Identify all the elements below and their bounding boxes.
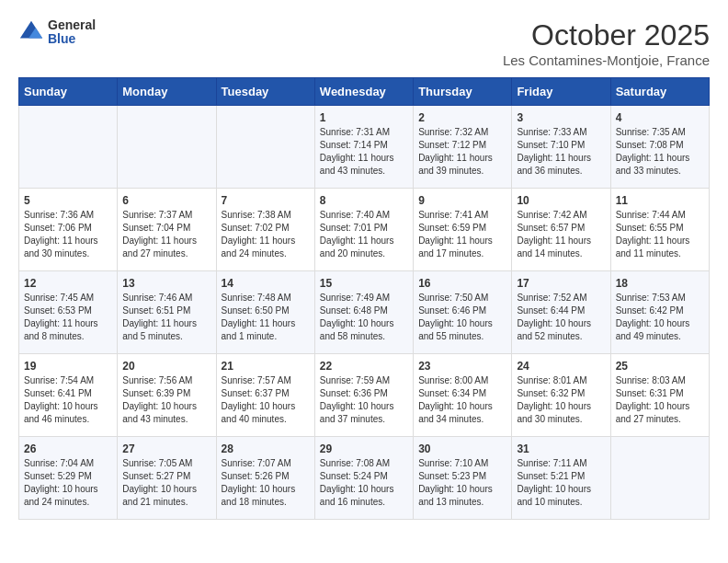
day-info: Sunrise: 7:10 AM Sunset: 5:23 PM Dayligh…: [418, 457, 506, 509]
calendar-cell: 18Sunrise: 7:53 AM Sunset: 6:42 PM Dayli…: [610, 271, 709, 354]
day-number: 24: [517, 360, 605, 373]
calendar-cell: 23Sunrise: 8:00 AM Sunset: 6:34 PM Dayli…: [414, 354, 512, 437]
day-number: 15: [320, 277, 408, 290]
day-info: Sunrise: 7:44 AM Sunset: 6:55 PM Dayligh…: [616, 209, 704, 260]
calendar-cell: 14Sunrise: 7:48 AM Sunset: 6:50 PM Dayli…: [216, 271, 314, 354]
calendar-cell: 6Sunrise: 7:37 AM Sunset: 7:04 PM Daylig…: [118, 189, 216, 271]
logo-general-text: General: [48, 18, 96, 32]
calendar-cell: 4Sunrise: 7:35 AM Sunset: 7:08 PM Daylig…: [610, 106, 709, 189]
day-number: 8: [320, 194, 408, 207]
day-info: Sunrise: 7:45 AM Sunset: 6:53 PM Dayligh…: [24, 292, 112, 343]
day-number: 27: [122, 442, 210, 455]
header-friday: Friday: [512, 78, 610, 106]
day-number: 25: [616, 360, 704, 373]
day-info: Sunrise: 7:32 AM Sunset: 7:12 PM Dayligh…: [418, 126, 506, 178]
day-info: Sunrise: 7:40 AM Sunset: 7:01 PM Dayligh…: [320, 209, 408, 260]
logo-blue-text: Blue: [48, 32, 96, 46]
logo-text: General Blue: [48, 18, 96, 47]
day-info: Sunrise: 7:07 AM Sunset: 5:26 PM Dayligh…: [222, 457, 310, 509]
day-number: 17: [517, 277, 605, 290]
calendar-cell: 15Sunrise: 7:49 AM Sunset: 6:48 PM Dayli…: [314, 271, 413, 354]
day-number: 21: [222, 360, 310, 373]
header-saturday: Saturday: [610, 78, 709, 106]
day-number: 11: [616, 194, 704, 207]
day-number: 14: [222, 277, 310, 290]
calendar-cell: 5Sunrise: 7:36 AM Sunset: 7:06 PM Daylig…: [19, 189, 118, 271]
calendar-table: Sunday Monday Tuesday Wednesday Thursday…: [18, 77, 710, 520]
day-number: 1: [320, 111, 408, 124]
calendar-cell: 20Sunrise: 7:56 AM Sunset: 6:39 PM Dayli…: [118, 354, 216, 437]
day-info: Sunrise: 7:54 AM Sunset: 6:41 PM Dayligh…: [24, 374, 112, 426]
day-number: 3: [517, 111, 605, 124]
calendar-cell: 11Sunrise: 7:44 AM Sunset: 6:55 PM Dayli…: [610, 189, 709, 271]
day-info: Sunrise: 7:57 AM Sunset: 6:37 PM Dayligh…: [222, 374, 310, 426]
day-number: 28: [222, 442, 310, 455]
calendar-cell: 1Sunrise: 7:31 AM Sunset: 7:14 PM Daylig…: [314, 106, 413, 189]
calendar-week-row: 26Sunrise: 7:04 AM Sunset: 5:29 PM Dayli…: [19, 437, 710, 520]
day-number: 5: [24, 194, 112, 207]
calendar-week-row: 19Sunrise: 7:54 AM Sunset: 6:41 PM Dayli…: [19, 354, 710, 437]
day-number: 19: [24, 360, 112, 373]
day-number: 22: [320, 360, 408, 373]
day-number: 18: [616, 277, 704, 290]
calendar-title: October 2025: [503, 18, 710, 52]
day-info: Sunrise: 7:33 AM Sunset: 7:10 PM Dayligh…: [517, 126, 605, 178]
day-info: Sunrise: 7:53 AM Sunset: 6:42 PM Dayligh…: [616, 292, 704, 343]
calendar-week-row: 5Sunrise: 7:36 AM Sunset: 7:06 PM Daylig…: [19, 189, 710, 271]
calendar-cell: 19Sunrise: 7:54 AM Sunset: 6:41 PM Dayli…: [19, 354, 118, 437]
day-info: Sunrise: 7:50 AM Sunset: 6:46 PM Dayligh…: [418, 292, 506, 343]
day-info: Sunrise: 7:59 AM Sunset: 6:36 PM Dayligh…: [320, 374, 408, 426]
day-info: Sunrise: 7:05 AM Sunset: 5:27 PM Dayligh…: [122, 457, 210, 509]
day-number: 9: [418, 194, 506, 207]
day-info: Sunrise: 7:37 AM Sunset: 7:04 PM Dayligh…: [122, 209, 210, 260]
day-info: Sunrise: 7:38 AM Sunset: 7:02 PM Dayligh…: [222, 209, 310, 260]
calendar-cell: 22Sunrise: 7:59 AM Sunset: 6:36 PM Dayli…: [314, 354, 413, 437]
header-sunday: Sunday: [19, 78, 118, 106]
logo: General Blue: [18, 18, 96, 47]
day-number: 29: [320, 442, 408, 455]
calendar-cell: 31Sunrise: 7:11 AM Sunset: 5:21 PM Dayli…: [512, 437, 610, 520]
calendar-cell: 13Sunrise: 7:46 AM Sunset: 6:51 PM Dayli…: [118, 271, 216, 354]
calendar-cell: [118, 106, 216, 189]
calendar-body: 1Sunrise: 7:31 AM Sunset: 7:14 PM Daylig…: [19, 106, 710, 520]
day-info: Sunrise: 7:04 AM Sunset: 5:29 PM Dayligh…: [24, 457, 112, 509]
calendar-week-row: 12Sunrise: 7:45 AM Sunset: 6:53 PM Dayli…: [19, 271, 710, 354]
calendar-cell: 3Sunrise: 7:33 AM Sunset: 7:10 PM Daylig…: [512, 106, 610, 189]
day-number: 26: [24, 442, 112, 455]
calendar-subtitle: Les Contamines-Montjoie, France: [503, 52, 710, 68]
calendar-cell: 17Sunrise: 7:52 AM Sunset: 6:44 PM Dayli…: [512, 271, 610, 354]
calendar-cell: 27Sunrise: 7:05 AM Sunset: 5:27 PM Dayli…: [118, 437, 216, 520]
day-info: Sunrise: 7:36 AM Sunset: 7:06 PM Dayligh…: [24, 209, 112, 260]
day-info: Sunrise: 7:46 AM Sunset: 6:51 PM Dayligh…: [122, 292, 210, 343]
day-number: 2: [418, 111, 506, 124]
calendar-cell: [19, 106, 118, 189]
day-info: Sunrise: 7:48 AM Sunset: 6:50 PM Dayligh…: [222, 292, 310, 343]
day-info: Sunrise: 8:00 AM Sunset: 6:34 PM Dayligh…: [418, 374, 506, 426]
day-info: Sunrise: 7:56 AM Sunset: 6:39 PM Dayligh…: [122, 374, 210, 426]
header-row: Sunday Monday Tuesday Wednesday Thursday…: [19, 78, 710, 106]
day-number: 4: [616, 111, 704, 124]
header-wednesday: Wednesday: [314, 78, 413, 106]
calendar-cell: 7Sunrise: 7:38 AM Sunset: 7:02 PM Daylig…: [216, 189, 314, 271]
day-number: 10: [517, 194, 605, 207]
day-info: Sunrise: 7:11 AM Sunset: 5:21 PM Dayligh…: [517, 457, 605, 509]
day-info: Sunrise: 7:49 AM Sunset: 6:48 PM Dayligh…: [320, 292, 408, 343]
calendar-cell: [610, 437, 709, 520]
header-thursday: Thursday: [414, 78, 512, 106]
day-number: 6: [122, 194, 210, 207]
day-number: 12: [24, 277, 112, 290]
day-info: Sunrise: 7:42 AM Sunset: 6:57 PM Dayligh…: [517, 209, 605, 260]
day-info: Sunrise: 8:01 AM Sunset: 6:32 PM Dayligh…: [517, 374, 605, 426]
calendar-cell: [216, 106, 314, 189]
calendar-cell: 9Sunrise: 7:41 AM Sunset: 6:59 PM Daylig…: [414, 189, 512, 271]
calendar-week-row: 1Sunrise: 7:31 AM Sunset: 7:14 PM Daylig…: [19, 106, 710, 189]
calendar-cell: 30Sunrise: 7:10 AM Sunset: 5:23 PM Dayli…: [414, 437, 512, 520]
calendar-header: Sunday Monday Tuesday Wednesday Thursday…: [19, 78, 710, 106]
day-number: 16: [418, 277, 506, 290]
calendar-cell: 10Sunrise: 7:42 AM Sunset: 6:57 PM Dayli…: [512, 189, 610, 271]
calendar-cell: 21Sunrise: 7:57 AM Sunset: 6:37 PM Dayli…: [216, 354, 314, 437]
day-number: 20: [122, 360, 210, 373]
logo-icon: [18, 19, 44, 45]
title-section: October 2025 Les Contamines-Montjoie, Fr…: [503, 18, 710, 68]
calendar-cell: 24Sunrise: 8:01 AM Sunset: 6:32 PM Dayli…: [512, 354, 610, 437]
